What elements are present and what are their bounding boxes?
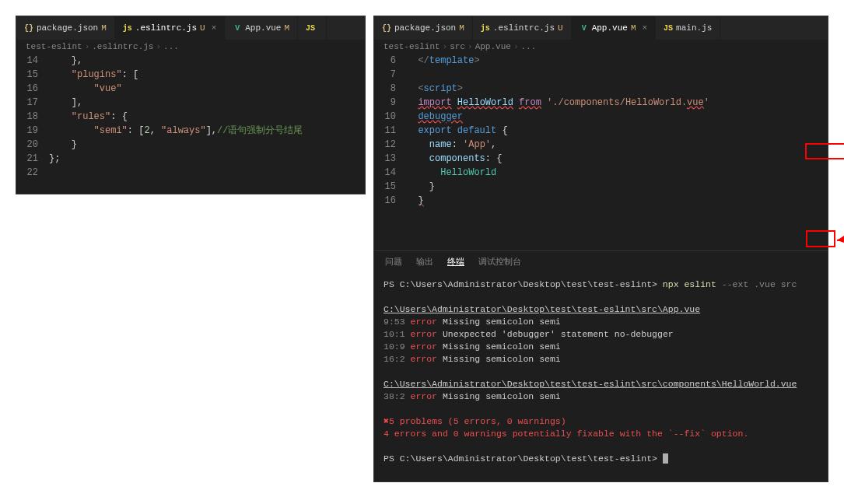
crumb-segment[interactable]: ...	[163, 42, 179, 51]
line-number: 11	[374, 124, 407, 138]
tab-label: main.js	[676, 23, 712, 33]
code-text[interactable]: }	[407, 180, 828, 194]
tab-.eslintrc.js[interactable]: js.eslintrc.jsU×	[115, 16, 225, 40]
code-editor[interactable]: 14 },15 "plugins": [16 "vue"17 ],18 "rul…	[16, 54, 365, 180]
close-icon[interactable]: ×	[212, 23, 217, 33]
chevron-right-icon: ›	[468, 42, 473, 51]
code-text[interactable]	[407, 68, 828, 82]
code-line[interactable]: 16 "vue"	[16, 82, 365, 96]
code-text[interactable]: debugger	[407, 110, 828, 124]
code-text[interactable]: export default {	[407, 124, 828, 138]
code-line[interactable]: 11 export default {	[374, 124, 828, 138]
code-text[interactable]: "vue"	[49, 82, 365, 96]
close-icon[interactable]: ×	[642, 23, 647, 33]
terminal-panel[interactable]: PS C:\Users\Administrator\Desktop\test\t…	[374, 272, 828, 481]
panel-tab-问题[interactable]: 问题	[385, 256, 402, 268]
code-editor[interactable]: 6 </template>78 <script>9 import HelloWo…	[374, 54, 828, 250]
code-text[interactable]: components: {	[407, 152, 828, 166]
line-number: 10	[374, 110, 407, 124]
code-line[interactable]: 7	[374, 68, 828, 82]
right-editor: {}package.jsonMjs.eslintrc.jsUVApp.vueM×…	[373, 16, 828, 482]
code-line[interactable]: 14 },	[16, 54, 365, 68]
code-text[interactable]: },	[49, 54, 365, 68]
code-text[interactable]: "semi": [2, "always"],//语句强制分号结尾	[49, 124, 365, 138]
line-number: 14	[374, 166, 407, 180]
chevron-right-icon: ›	[513, 42, 519, 51]
code-line[interactable]: 16 }	[374, 194, 828, 208]
panel-tab-终端[interactable]: 终端	[447, 256, 464, 268]
line-number: 16	[16, 82, 49, 96]
code-line[interactable]: 20 }	[16, 138, 365, 152]
crumb-segment[interactable]: ...	[520, 42, 536, 51]
error-row[interactable]: 9:53 error Missing semicolon semi	[383, 316, 818, 328]
code-line[interactable]: 12 name: 'App',	[374, 138, 828, 152]
code-line[interactable]: 15 }	[374, 180, 828, 194]
file-icon: JS	[664, 23, 673, 33]
modified-indicator: U	[200, 23, 205, 33]
file-icon: {}	[382, 23, 391, 33]
cursor-icon	[663, 453, 668, 464]
crumb-segment[interactable]: App.vue	[475, 42, 511, 51]
code-text[interactable]: };	[49, 152, 365, 166]
code-text[interactable]: }	[49, 138, 365, 152]
code-line[interactable]: 8 <script>	[374, 82, 828, 96]
file-icon: js	[481, 23, 490, 33]
crumb-segment[interactable]: test-eslint	[383, 42, 440, 51]
line-number: 16	[374, 194, 407, 208]
tab-bar: {}package.jsonMjs.eslintrc.jsUVApp.vueM×…	[374, 16, 828, 40]
code-line[interactable]: 19 "semi": [2, "always"],//语句强制分号结尾	[16, 124, 365, 138]
terminal-line: PS C:\Users\Administrator\Desktop\test\t…	[383, 278, 818, 291]
code-line[interactable]: 10 debugger	[374, 110, 828, 124]
code-line[interactable]: 21};	[16, 152, 365, 166]
code-text[interactable]: }	[407, 194, 828, 208]
tab-.eslintrc.js[interactable]: js.eslintrc.jsU	[473, 16, 572, 40]
line-number: 15	[16, 68, 49, 82]
code-text[interactable]: HelloWorld	[407, 166, 828, 180]
code-text[interactable]: "plugins": [	[49, 68, 365, 82]
code-text[interactable]: <script>	[407, 82, 828, 96]
modified-indicator: M	[284, 23, 289, 33]
tab-package.json[interactable]: {}package.jsonM	[374, 16, 473, 40]
terminal-prompt[interactable]: PS C:\Users\Administrator\Desktop\test\t…	[383, 453, 818, 465]
tab-unknown[interactable]: JS	[298, 16, 327, 40]
breadcrumb[interactable]: test-eslint›src›App.vue›...	[374, 40, 828, 54]
error-row[interactable]: 38:2 error Missing semicolon semi	[383, 390, 818, 403]
panel-tab-调试控制台[interactable]: 调试控制台	[478, 256, 521, 268]
code-text[interactable]: </template>	[407, 54, 828, 68]
file-path[interactable]: C:\Users\Administrator\Desktop\test\test…	[383, 378, 818, 390]
code-text[interactable]: import HelloWorld from './components/Hel…	[407, 96, 828, 110]
tab-package.json[interactable]: {}package.jsonM	[16, 16, 115, 40]
line-number: 22	[16, 166, 49, 180]
panel-tab-输出[interactable]: 输出	[416, 256, 433, 268]
code-line[interactable]: 6 </template>	[374, 54, 828, 68]
code-line[interactable]: 15 "plugins": [	[16, 68, 365, 82]
line-number: 6	[374, 54, 407, 68]
svg-line-0	[837, 215, 844, 240]
code-line[interactable]: 9 import HelloWorld from './components/H…	[374, 96, 828, 110]
line-number: 19	[16, 124, 49, 138]
tab-App.vue[interactable]: VApp.vueM×	[572, 16, 656, 40]
code-line[interactable]: 22	[16, 166, 365, 180]
code-text[interactable]: ],	[49, 96, 365, 110]
code-line[interactable]: 17 ],	[16, 96, 365, 110]
code-text[interactable]: name: 'App',	[407, 138, 828, 152]
file-icon: {}	[24, 23, 33, 33]
crumb-segment[interactable]: src	[450, 42, 465, 51]
error-row[interactable]: 10:1 error Unexpected 'debugger' stateme…	[383, 328, 818, 341]
error-row[interactable]: 10:9 error Missing semicolon semi	[383, 341, 818, 353]
crumb-segment[interactable]: .eslintrc.js	[92, 42, 153, 51]
line-number: 7	[374, 68, 407, 82]
summary-line: 4 errors and 0 warnings potentially fixa…	[383, 428, 818, 440]
tab-App.vue[interactable]: VApp.vueM	[225, 16, 298, 40]
tab-main.js[interactable]: JSmain.js	[656, 16, 720, 40]
code-line[interactable]: 18 "rules": {	[16, 110, 365, 124]
breadcrumb[interactable]: test-eslint›.eslintrc.js›...	[16, 40, 365, 54]
chevron-right-icon: ›	[85, 42, 90, 51]
crumb-segment[interactable]: test-eslint	[26, 42, 82, 51]
code-text[interactable]	[49, 166, 365, 180]
code-line[interactable]: 14 HelloWorld	[374, 166, 828, 180]
code-text[interactable]: "rules": {	[49, 110, 365, 124]
code-line[interactable]: 13 components: {	[374, 152, 828, 166]
file-path[interactable]: C:\Users\Administrator\Desktop\test\test…	[383, 303, 818, 316]
error-row[interactable]: 16:2 error Missing semicolon semi	[383, 353, 818, 366]
